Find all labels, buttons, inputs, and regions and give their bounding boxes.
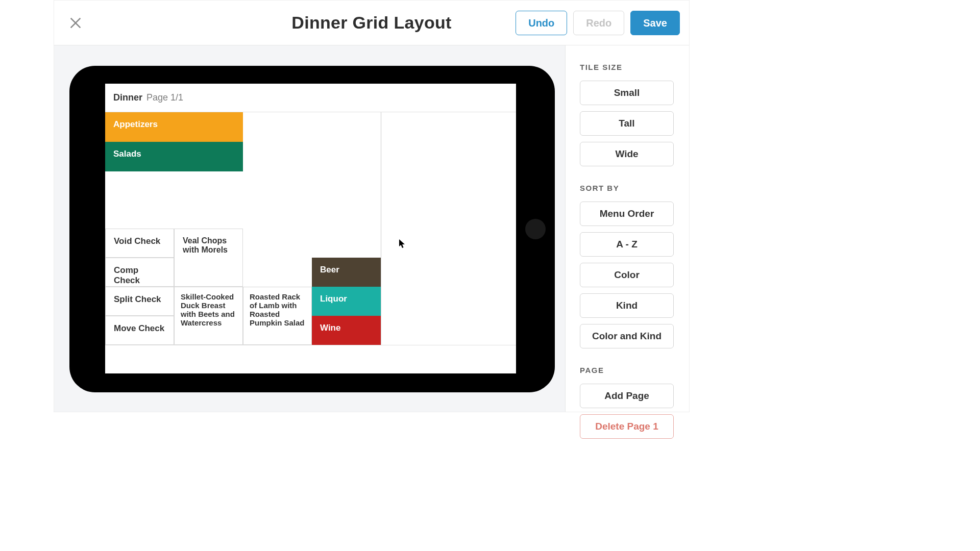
tile-salads[interactable]: Salads — [105, 142, 243, 171]
tile-void-check[interactable]: Void Check — [105, 229, 174, 258]
sort-color-kind[interactable]: Color and Kind — [580, 324, 674, 348]
tile-move-check[interactable]: Move Check — [105, 316, 174, 345]
menu-name: Dinner — [113, 92, 142, 103]
redo-button: Redo — [573, 11, 624, 35]
tile-beer[interactable]: Beer — [312, 258, 381, 287]
tile-size-label: TILE SIZE — [580, 63, 675, 71]
top-bar: Dinner Grid Layout Undo Redo Save — [54, 1, 689, 45]
grid-divider — [381, 112, 381, 345]
page-indicator: Page 1/1 — [146, 92, 183, 103]
tile-wine[interactable]: Wine — [312, 316, 381, 345]
tile-comp-check[interactable]: Comp Check — [105, 258, 174, 287]
add-page-button[interactable]: Add Page — [580, 384, 674, 408]
tile-liquor[interactable]: Liquor — [312, 287, 381, 316]
sort-a-z[interactable]: A - Z — [580, 232, 674, 257]
layout-grid[interactable]: Appetizers Salads Void Check Comp Check … — [105, 112, 516, 345]
tile-size-tall[interactable]: Tall — [580, 111, 674, 136]
tile-veal[interactable]: Veal Chops with Morels — [174, 229, 243, 287]
toolbar-buttons: Undo Redo Save — [516, 11, 680, 35]
page-section-label: PAGE — [580, 366, 675, 374]
save-button[interactable]: Save — [630, 11, 680, 35]
app-frame: Dinner Grid Layout Undo Redo Save Dinner… — [54, 0, 690, 412]
screen-header: Dinner Page 1/1 — [105, 84, 516, 112]
sort-kind[interactable]: Kind — [580, 293, 674, 318]
tablet-frame: Dinner Page 1/1 Appetizers Salads Void C… — [69, 66, 555, 392]
sort-menu-order[interactable]: Menu Order — [580, 202, 674, 226]
tile-split-check[interactable]: Split Check — [105, 287, 174, 316]
sort-color[interactable]: Color — [580, 263, 674, 287]
undo-button[interactable]: Undo — [516, 11, 567, 35]
screen-bottom-bar — [105, 345, 516, 373]
tablet-screen: Dinner Page 1/1 Appetizers Salads Void C… — [105, 84, 516, 373]
tile-size-small[interactable]: Small — [580, 81, 674, 105]
home-button-icon — [525, 219, 546, 239]
tile-appetizers[interactable]: Appetizers — [105, 112, 243, 142]
tile-size-wide[interactable]: Wide — [580, 142, 674, 166]
right-sidebar: TILE SIZE Small Tall Wide SORT BY Menu O… — [565, 45, 689, 412]
cursor-icon — [399, 239, 406, 249]
delete-page-button[interactable]: Delete Page 1 — [580, 414, 674, 439]
workspace: Dinner Page 1/1 Appetizers Salads Void C… — [54, 45, 565, 412]
sort-by-label: SORT BY — [580, 184, 675, 192]
tile-duck[interactable]: Skillet-Cooked Duck Breast with Beets an… — [174, 287, 243, 345]
tile-lamb[interactable]: Roasted Rack of Lamb with Roasted Pumpki… — [243, 287, 312, 345]
